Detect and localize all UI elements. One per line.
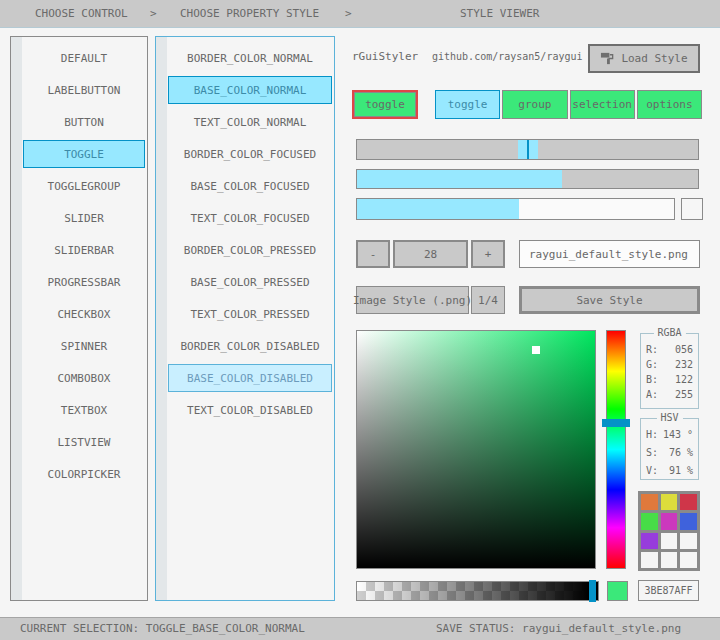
current-color-swatch [607,581,628,601]
property-item-base_color_pressed[interactable]: BASE_COLOR_PRESSED [168,268,332,296]
status-bar: CURRENT SELECTION: TOGGLE_BASE_COLOR_NOR… [0,617,720,640]
controls-list-items: DEFAULTLABELBUTTONBUTTONTOGGLETOGGLEGROU… [23,44,145,492]
control-item-checkbox[interactable]: CHECKBOX [23,300,145,328]
color-swatch-2[interactable] [680,494,697,510]
property-item-text_color_normal[interactable]: TEXT_COLOR_NORMAL [168,108,332,136]
demo-slider[interactable] [356,139,699,160]
property-item-text_color_pressed[interactable]: TEXT_COLOR_PRESSED [168,300,332,328]
g-value: 232 [675,359,693,370]
controls-list-scrollbar[interactable] [11,37,22,600]
toggle-group-item-toggle[interactable]: toggle [435,90,500,119]
toggle-group-item-group[interactable]: group [502,90,567,119]
slider-handle[interactable] [518,140,538,159]
r-label: R: [646,344,658,355]
hsv-title: HSV [656,412,682,423]
hex-value-input[interactable]: 3BE87AFF [638,580,699,601]
g-label: G: [646,359,658,370]
color-swatch-5[interactable] [680,513,697,529]
repo-link[interactable]: github.com/raysan5/raygui [432,51,583,62]
color-swatch-empty-7[interactable] [661,533,678,549]
h-value: 143 ° [663,429,693,440]
color-swatch-1[interactable] [661,494,678,510]
app-title: rGuiStyler [352,50,418,63]
control-item-textbox[interactable]: TEXTBOX [23,396,145,424]
property-item-border_color_normal[interactable]: BORDER_COLOR_NORMAL [168,44,332,72]
hue-handle[interactable] [602,419,630,427]
color-swatch-empty-11[interactable] [680,552,697,568]
h-label: H: [646,429,658,440]
color-swatch-4[interactable] [661,513,678,529]
toggle-group-item-options[interactable]: options [637,90,702,119]
a-label: A: [646,389,658,400]
current-selection-status: CURRENT SELECTION: TOGGLE_BASE_COLOR_NOR… [20,618,305,640]
style-filename-input[interactable]: raygui_default_style.png [519,240,700,268]
alpha-handle[interactable] [589,580,596,602]
color-swatch-6[interactable] [641,533,658,549]
save-style-button[interactable]: Save Style [519,286,700,314]
property-item-text_color_disabled[interactable]: TEXT_COLOR_DISABLED [168,396,332,424]
properties-list-scrollbar[interactable] [156,37,167,600]
color-swatch-empty-10[interactable] [661,552,678,568]
load-style-button[interactable]: Load Style [588,44,700,73]
breadcrumb-choose-property: CHOOSE PROPERTY STYLE [180,0,319,27]
alpha-bar[interactable] [356,581,599,601]
rgba-title: RGBA [653,327,685,338]
s-value: 76 % [669,447,693,458]
spinner-value[interactable]: 28 [393,240,468,268]
control-item-spinner[interactable]: SPINNER [23,332,145,360]
control-item-togglegroup[interactable]: TOGGLEGROUP [23,172,145,200]
scale-ratio-button[interactable]: 1/4 [471,286,505,314]
spinner-plus-button[interactable]: + [471,240,505,268]
controls-list-panel: DEFAULTLABELBUTTONBUTTONTOGGLETOGGLEGROU… [10,36,148,601]
breadcrumb-style-viewer: STYLE VIEWER [460,0,539,27]
color-swatch-empty-8[interactable] [680,533,697,549]
control-item-listview[interactable]: LISTVIEW [23,428,145,456]
image-style-button[interactable]: Image Style (.png) [356,286,469,314]
color-swatch-0[interactable] [641,494,658,510]
v-label: V: [646,465,658,476]
property-item-base_color_focused[interactable]: BASE_COLOR_FOCUSED [168,172,332,200]
control-item-toggle[interactable]: TOGGLE [23,140,145,168]
properties-list-items: BORDER_COLOR_NORMALBASE_COLOR_NORMALTEXT… [168,44,332,428]
b-label: B: [646,374,658,385]
load-style-label: Load Style [621,52,687,65]
control-item-labelbutton[interactable]: LABELBUTTON [23,76,145,104]
property-item-base_color_normal[interactable]: BASE_COLOR_NORMAL [168,76,332,104]
property-item-border_color_pressed[interactable]: BORDER_COLOR_PRESSED [168,236,332,264]
control-item-combobox[interactable]: COMBOBOX [23,364,145,392]
hue-bar[interactable] [606,330,626,569]
hsv-groupbox: HSV H:143 ° S:76 % V:91 % [640,418,699,480]
color-sv-panel[interactable] [356,330,596,569]
edited-toggle-button[interactable]: toggle [352,90,418,119]
property-item-border_color_disabled[interactable]: BORDER_COLOR_DISABLED [168,332,332,360]
control-item-button[interactable]: BUTTON [23,108,145,136]
spinner-minus-button[interactable]: - [356,240,390,268]
demo-toggle-group: togglegroupselectionoptions [435,90,702,119]
paint-roller-icon [600,51,615,66]
control-item-slider[interactable]: SLIDER [23,204,145,232]
color-cursor[interactable] [532,346,540,354]
control-item-sliderbar[interactable]: SLIDERBAR [23,236,145,264]
rguistyler-window: CHOOSE CONTROL > CHOOSE PROPERTY STYLE >… [0,0,720,640]
property-item-text_color_focused[interactable]: TEXT_COLOR_FOCUSED [168,204,332,232]
demo-checkbox[interactable] [681,198,703,220]
demo-progressbar [356,198,675,220]
sliderbar-fill [357,170,562,188]
properties-list-panel: BORDER_COLOR_NORMALBASE_COLOR_NORMALTEXT… [155,36,335,601]
save-status: SAVE STATUS: raygui_default_style.png [436,618,681,640]
control-item-progressbar[interactable]: PROGRESSBAR [23,268,145,296]
demo-sliderbar[interactable] [356,169,699,189]
header-bar: CHOOSE CONTROL > CHOOSE PROPERTY STYLE >… [0,0,720,28]
a-value: 255 [675,389,693,400]
control-item-default[interactable]: DEFAULT [23,44,145,72]
property-item-border_color_focused[interactable]: BORDER_COLOR_FOCUSED [168,140,332,168]
color-swatch-3[interactable] [641,513,658,529]
property-item-base_color_disabled[interactable]: BASE_COLOR_DISABLED [168,364,332,392]
rgba-groupbox: RGBA R:056 G:232 B:122 A:255 [640,333,699,409]
r-value: 056 [675,344,693,355]
color-swatch-empty-9[interactable] [641,552,658,568]
toggle-group-item-selection[interactable]: selection [570,90,635,119]
chevron-right-icon: > [345,0,352,27]
control-item-colorpicker[interactable]: COLORPICKER [23,460,145,488]
chevron-right-icon: > [150,0,157,27]
